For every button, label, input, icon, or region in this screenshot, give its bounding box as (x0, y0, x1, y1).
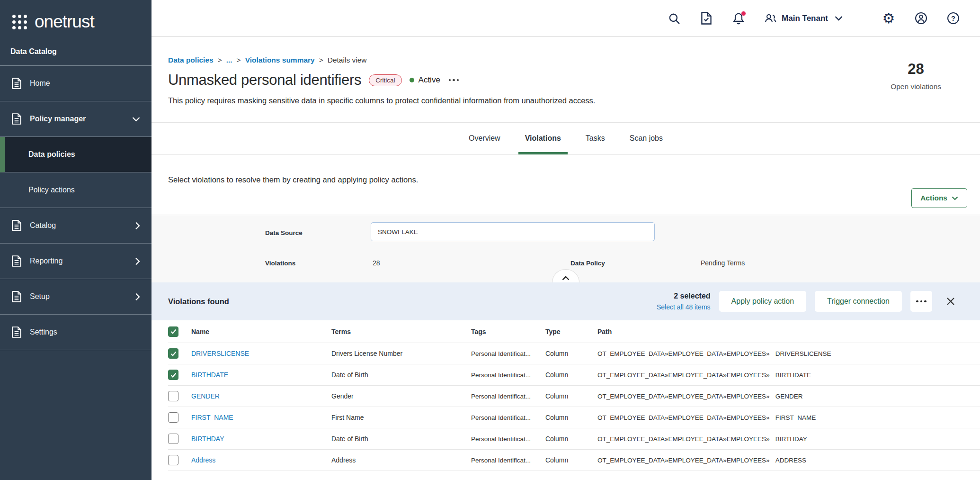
sidebar-item-label: Reporting (30, 257, 62, 265)
column-header-terms[interactable]: Terms (331, 328, 471, 335)
main-content: Data policies > ... > Violations summary… (151, 37, 980, 480)
breadcrumb-link-ellipsis[interactable]: ... (226, 56, 232, 64)
tab-violations[interactable]: Violations (524, 123, 562, 154)
sidebar-nav: Home Policy manager Data policies Policy… (0, 65, 151, 350)
collapse-panel-button[interactable] (552, 269, 579, 282)
search-icon[interactable] (663, 8, 685, 29)
violation-path: OT_EMPLOYEE_DATA»EMPLOYEE_DATA»EMPLOYEES… (597, 393, 980, 400)
actions-button[interactable]: Actions (911, 188, 967, 208)
violation-name-link[interactable]: BIRTHDAY (191, 435, 224, 443)
document-icon (11, 78, 22, 89)
column-header-path[interactable]: Path (597, 328, 980, 335)
more-options-button[interactable] (910, 291, 932, 312)
sidebar-item-policy-manager[interactable]: Policy manager (0, 101, 151, 137)
sidebar-item-catalog[interactable]: Catalog (0, 208, 151, 244)
violation-tags: Personal Identificat... (471, 435, 545, 443)
sidebar-item-data-policies[interactable]: Data policies (0, 137, 151, 172)
chevron-down-icon (952, 196, 958, 200)
violation-name-link[interactable]: BIRTHDATE (191, 371, 228, 379)
instruction-text: Select violations to resolve them by cre… (151, 154, 980, 184)
violation-terms: Date of Birth (331, 435, 471, 443)
breadcrumb-separator: > (218, 56, 222, 64)
column-header-type[interactable]: Type (545, 328, 597, 335)
select-all-checkbox[interactable] (168, 326, 178, 337)
sidebar-item-home[interactable]: Home (0, 66, 151, 101)
breadcrumb-separator: > (237, 56, 241, 64)
breadcrumb-link-violations-summary[interactable]: Violations summary (245, 56, 315, 64)
row-checkbox[interactable] (168, 412, 178, 423)
violation-tags: Personal Identificat... (471, 393, 545, 400)
tenant-label: Main Tenant (782, 14, 828, 23)
breadcrumb-separator: > (319, 56, 323, 64)
tenant-people-icon (764, 13, 777, 24)
tab-tasks[interactable]: Tasks (585, 123, 606, 154)
table-row: Address Address Personal Identificat... … (168, 450, 980, 471)
table-header-row: Name Terms Tags Type Path (168, 320, 980, 343)
page-header: Data policies > ... > Violations summary… (151, 37, 980, 105)
trigger-connection-button[interactable]: Trigger connection (815, 291, 902, 312)
violation-name-link[interactable]: GENDER (191, 392, 220, 400)
document-check-icon[interactable] (695, 8, 717, 29)
violations-label: Violations (265, 260, 295, 267)
settings-gear-icon[interactable]: ⚙ (878, 8, 900, 29)
violations-table: Name Terms Tags Type Path DRIVERSLICENSE… (151, 320, 980, 471)
violations-value: 28 (373, 259, 380, 267)
help-icon[interactable]: ? (942, 8, 964, 29)
data-policy-value: Pending Terms (701, 259, 745, 267)
apply-policy-action-button[interactable]: Apply policy action (719, 291, 807, 312)
sidebar-item-policy-actions[interactable]: Policy actions (0, 172, 151, 208)
violation-terms: Drivers License Number (331, 350, 471, 357)
svg-text:?: ? (951, 15, 955, 22)
document-icon (11, 255, 22, 267)
close-icon[interactable] (943, 293, 959, 309)
account-icon[interactable] (910, 8, 932, 29)
tab-scan-jobs[interactable]: Scan jobs (629, 123, 664, 154)
notifications-bell-icon[interactable] (728, 8, 749, 29)
violation-path: OT_EMPLOYEE_DATA»EMPLOYEE_DATA»EMPLOYEES… (597, 350, 980, 357)
sidebar-item-label: Home (30, 79, 50, 88)
sidebar-item-label: Policy actions (28, 186, 75, 194)
data-source-input[interactable] (371, 222, 655, 241)
violations-found-title: Violations found (168, 297, 229, 306)
data-policy-label: Data Policy (570, 260, 605, 267)
violation-name-link[interactable]: DRIVERSLICENSE (191, 350, 249, 357)
tenant-selector[interactable]: Main Tenant (764, 13, 843, 24)
column-header-name[interactable]: Name (191, 328, 331, 335)
violation-name-link[interactable]: FIRST_NAME (191, 414, 233, 421)
brand-logo-text: onetrust (35, 12, 94, 32)
title-more-options-icon[interactable] (448, 76, 460, 84)
table-row: BIRTHDAY Date of Birth Personal Identifi… (168, 428, 980, 450)
violation-name-link[interactable]: Address (191, 456, 215, 464)
violation-tags: Personal Identificat... (471, 371, 545, 379)
onetrust-dots-icon (12, 15, 27, 29)
violation-path: OT_EMPLOYEE_DATA»EMPLOYEE_DATA»EMPLOYEES… (597, 457, 980, 464)
sidebar-item-label: Policy manager (30, 115, 86, 123)
sidebar-item-setup[interactable]: Setup (0, 279, 151, 315)
notification-dot (741, 11, 746, 16)
brand-logo[interactable]: onetrust (0, 0, 151, 44)
select-all-link[interactable]: Select all 48 items (657, 303, 711, 311)
row-checkbox[interactable] (168, 348, 178, 359)
violation-type: Column (545, 392, 597, 400)
table-row: DRIVERSLICENSE Drivers License Number Pe… (168, 343, 980, 364)
document-icon (11, 291, 22, 302)
sidebar-item-label: Catalog (30, 221, 56, 230)
row-checkbox[interactable] (168, 455, 178, 465)
severity-badge: Critical (369, 74, 401, 86)
row-checkbox[interactable] (168, 434, 178, 444)
sidebar-item-settings[interactable]: Settings (0, 315, 151, 350)
sidebar-item-reporting[interactable]: Reporting (0, 244, 151, 279)
tab-bar: Overview Violations Tasks Scan jobs (151, 122, 980, 154)
page-description: This policy requires masking sensitive d… (168, 96, 980, 105)
tab-overview[interactable]: Overview (468, 123, 501, 154)
column-header-tags[interactable]: Tags (471, 328, 545, 335)
sidebar-item-label: Setup (30, 292, 50, 301)
violation-path: OT_EMPLOYEE_DATA»EMPLOYEE_DATA»EMPLOYEES… (597, 371, 980, 379)
violation-terms: Address (331, 456, 471, 464)
open-violations-label: Open violations (891, 82, 941, 91)
breadcrumb-link-data-policies[interactable]: Data policies (168, 56, 214, 64)
table-row: GENDER Gender Personal Identificat... Co… (168, 386, 980, 407)
row-checkbox[interactable] (168, 391, 178, 401)
row-checkbox[interactable] (168, 370, 178, 380)
chevron-right-icon (135, 257, 140, 265)
